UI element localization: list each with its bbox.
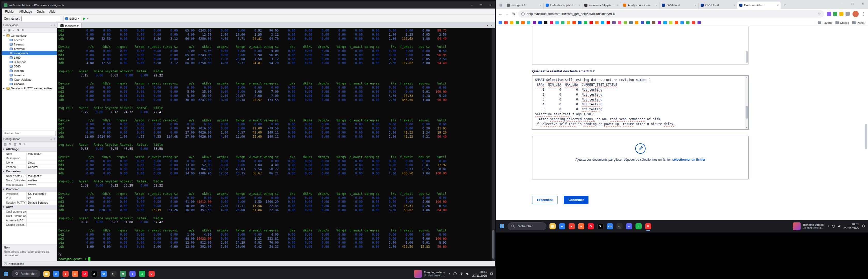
firefox-browser-button[interactable]: ● <box>578 222 585 230</box>
tree-item-OpenJabNab[interactable]: OpenJabNab <box>2 77 57 82</box>
expand-icon[interactable]: ▾ <box>3 34 6 37</box>
chrome-browser-button[interactable]: ● <box>62 270 69 278</box>
menu-outils[interactable]: Outils <box>34 10 47 13</box>
tree-item-freenas[interactable]: freenas <box>2 42 57 46</box>
config-row[interactable]: Adresse MAC <box>2 218 57 223</box>
property-value[interactable]: Default Settings <box>27 200 57 205</box>
notifications-bar[interactable]: i Notifications <box>2 261 495 266</box>
browser-tab[interactable]: mougeat.fr× <box>505 2 544 9</box>
property-value[interactable]: mougeat.fr <box>27 152 57 156</box>
browser-tab[interactable]: monitorix / Applica…× <box>582 2 621 9</box>
volume-icon[interactable] <box>838 225 842 228</box>
notifications-bell-icon[interactable] <box>862 224 865 228</box>
bookmark-favicon[interactable] <box>538 21 542 24</box>
bookmark-favicon[interactable] <box>658 21 661 24</box>
config-row[interactable]: Session PuTTYDefault Settings <box>2 200 57 205</box>
confirm-button[interactable]: Confirmer <box>564 196 588 204</box>
bookmark-folder-classe[interactable]: Classe <box>835 21 849 24</box>
scrollbar-thumb[interactable] <box>865 124 867 149</box>
onedrive-icon[interactable] <box>453 272 457 275</box>
widgets-news-button[interactable]: Trending videos Un chat tente d… <box>414 270 445 278</box>
profile-avatar[interactable] <box>852 11 859 17</box>
tab-close-icon[interactable]: × <box>540 4 541 7</box>
tab-close-icon[interactable]: × <box>777 4 779 7</box>
file-dropzone[interactable]: Ajoutez vos documents par glisser-dépose… <box>532 136 749 180</box>
tab-close-icon[interactable]: × <box>579 4 580 7</box>
property-value[interactable] <box>27 223 57 227</box>
scrollbar-thumb[interactable] <box>746 51 748 63</box>
close-tab-icon[interactable]: × <box>491 24 492 27</box>
toolbar-overflow-icon[interactable]: ▾ <box>87 17 88 20</box>
hidden-icons-chevron[interactable]: ∧ <box>448 272 451 275</box>
quick-connect-input[interactable] <box>22 16 60 21</box>
start-button[interactable] <box>4 272 8 276</box>
close-icon[interactable]: × <box>54 24 55 26</box>
config-row[interactable]: IcôneLinux <box>2 160 57 165</box>
close-button[interactable]: × <box>486 2 495 8</box>
bookmark-favicon[interactable] <box>629 21 633 24</box>
volume-icon[interactable] <box>466 272 470 275</box>
page-scrollbar[interactable] <box>865 26 867 220</box>
property-value[interactable] <box>27 214 57 218</box>
bookmark-favicon[interactable] <box>555 21 559 24</box>
bookmark-favicon[interactable] <box>590 21 593 24</box>
wifi-icon[interactable] <box>460 272 463 275</box>
refresh-icon[interactable]: ↻ <box>22 28 24 32</box>
config-panel-header[interactable]: Configuration ⊥ × <box>2 137 57 142</box>
tree-item-proxmox[interactable]: proxmox <box>2 46 57 51</box>
bookmark-favicon[interactable] <box>510 21 513 24</box>
taskbar-clock[interactable]: 20:51 27/11/2025 <box>844 222 859 230</box>
bookmark-favicon[interactable] <box>516 21 519 24</box>
maximize-button[interactable]: □ <box>847 0 858 8</box>
tree-item-mougeat.fr[interactable]: mougeat.fr <box>2 51 57 55</box>
edge-browser-button[interactable]: e <box>52 270 60 278</box>
new-folder-icon[interactable]: ▣ <box>8 28 10 32</box>
bookmark-favicon[interactable] <box>652 21 655 24</box>
extension-icon[interactable] <box>833 12 837 16</box>
protocol-select[interactable]: SSH2 ▾ <box>64 16 81 21</box>
alphabetical-icon[interactable]: ⇅ <box>9 143 11 146</box>
collapse-icon[interactable]: ▸ <box>3 87 6 90</box>
bookmark-favicon[interactable] <box>612 21 616 24</box>
discord-button[interactable]: ♦ <box>129 270 136 278</box>
tree-item-CasaOS[interactable]: CasaOS <box>2 82 57 86</box>
bookmark-favicon[interactable] <box>527 21 530 24</box>
previous-button[interactable]: Précédent <box>532 196 557 204</box>
bookmark-favicon[interactable] <box>624 21 627 24</box>
bookmark-favicon[interactable] <box>533 21 536 24</box>
bookmark-folder-panier[interactable]: Panier <box>852 21 865 24</box>
extension-icon[interactable] <box>839 12 843 16</box>
properties-icon[interactable]: ▥ <box>14 143 16 146</box>
bookmark-favicon[interactable] <box>567 21 570 24</box>
config-row[interactable]: Nom d'utilisateuremilien <box>2 178 57 183</box>
bookmark-favicon[interactable] <box>584 21 587 24</box>
discord-button[interactable]: ♦ <box>625 222 633 230</box>
menu-fichier[interactable]: Fichier <box>3 10 17 13</box>
new-connection-icon[interactable]: + <box>4 29 5 32</box>
property-value[interactable]: Linux <box>27 160 57 164</box>
property-value[interactable]: General <box>27 165 57 169</box>
menu-aide[interactable]: Aide <box>47 10 58 13</box>
opera-browser-button[interactable]: O <box>81 270 89 278</box>
property-value[interactable]: •••••••• <box>27 183 57 187</box>
menu-affichage[interactable]: Affichage <box>17 10 34 13</box>
vivaldi-browser-button[interactable]: V <box>644 222 652 230</box>
mremoteng-app-button[interactable]: M <box>119 270 127 278</box>
smart-textarea[interactable]: SMART Selective self-test log data struc… <box>532 76 745 129</box>
tab-close-icon[interactable]: × <box>734 4 735 7</box>
bookmark-folder-favoris[interactable]: Favoris <box>818 21 832 24</box>
pin-icon[interactable]: ⊥ <box>50 138 52 140</box>
config-row[interactable]: Outil externe av... <box>2 210 57 214</box>
file-explorer-button[interactable]: ▤ <box>43 270 51 278</box>
property-value[interactable]: 22 <box>27 196 57 200</box>
taskbar-search[interactable]: Rechercher <box>11 270 40 277</box>
config-row[interactable]: Champ utilisat... <box>2 223 57 227</box>
config-row[interactable]: Nom d'hôte / IPmougeat.fr <box>2 174 57 178</box>
reload-icon[interactable]: ↻ <box>512 11 516 16</box>
firefox-browser-button[interactable]: ● <box>71 270 79 278</box>
config-row[interactable]: Nommougeat.fr <box>2 152 57 156</box>
widgets-news-button[interactable]: Trending videos Un chat tente d… <box>793 222 824 230</box>
url-text[interactable]: help.ovhcloud.com/csm?id=csm_get_help&ov… <box>527 12 816 16</box>
sort-icon[interactable]: ⇅ <box>17 28 19 32</box>
close-button[interactable]: × <box>858 0 868 8</box>
